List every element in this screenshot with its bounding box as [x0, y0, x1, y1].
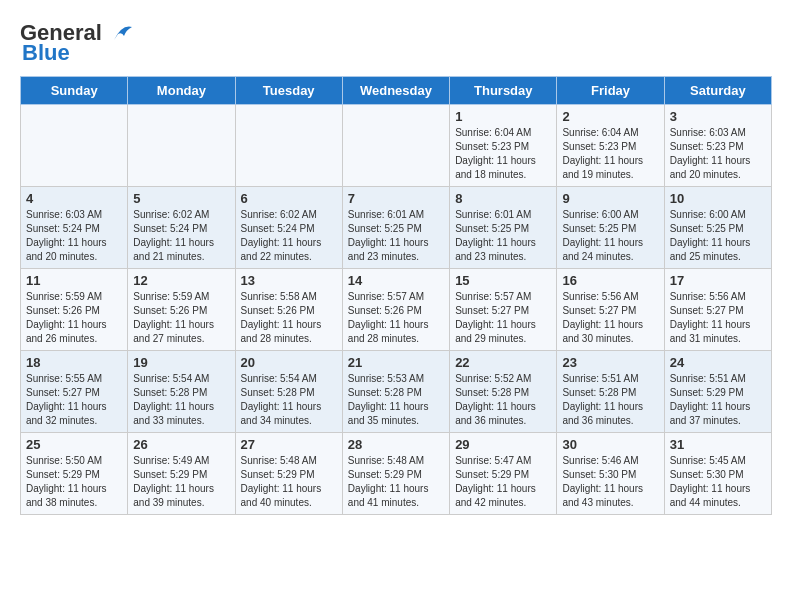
header-day-sunday: Sunday — [21, 77, 128, 105]
calendar-cell: 2Sunrise: 6:04 AMSunset: 5:23 PMDaylight… — [557, 105, 664, 187]
day-number: 19 — [133, 355, 229, 370]
day-info: Sunrise: 5:51 AMSunset: 5:28 PMDaylight:… — [562, 372, 658, 428]
day-info: Sunrise: 6:04 AMSunset: 5:23 PMDaylight:… — [562, 126, 658, 182]
calendar-table: SundayMondayTuesdayWednesdayThursdayFrid… — [20, 76, 772, 515]
day-info: Sunrise: 5:52 AMSunset: 5:28 PMDaylight:… — [455, 372, 551, 428]
calendar-cell: 15Sunrise: 5:57 AMSunset: 5:27 PMDayligh… — [450, 269, 557, 351]
day-number: 2 — [562, 109, 658, 124]
calendar-cell: 1Sunrise: 6:04 AMSunset: 5:23 PMDaylight… — [450, 105, 557, 187]
calendar-cell: 24Sunrise: 5:51 AMSunset: 5:29 PMDayligh… — [664, 351, 771, 433]
calendar-week-2: 4Sunrise: 6:03 AMSunset: 5:24 PMDaylight… — [21, 187, 772, 269]
day-info: Sunrise: 6:01 AMSunset: 5:25 PMDaylight:… — [455, 208, 551, 264]
day-number: 29 — [455, 437, 551, 452]
day-number: 16 — [562, 273, 658, 288]
header-day-friday: Friday — [557, 77, 664, 105]
day-number: 3 — [670, 109, 766, 124]
day-number: 15 — [455, 273, 551, 288]
calendar-cell: 31Sunrise: 5:45 AMSunset: 5:30 PMDayligh… — [664, 433, 771, 515]
calendar-cell: 9Sunrise: 6:00 AMSunset: 5:25 PMDaylight… — [557, 187, 664, 269]
calendar-cell: 12Sunrise: 5:59 AMSunset: 5:26 PMDayligh… — [128, 269, 235, 351]
day-info: Sunrise: 5:59 AMSunset: 5:26 PMDaylight:… — [133, 290, 229, 346]
calendar-cell — [128, 105, 235, 187]
calendar-header: SundayMondayTuesdayWednesdayThursdayFrid… — [21, 77, 772, 105]
day-number: 8 — [455, 191, 551, 206]
calendar-cell: 17Sunrise: 5:56 AMSunset: 5:27 PMDayligh… — [664, 269, 771, 351]
calendar-week-3: 11Sunrise: 5:59 AMSunset: 5:26 PMDayligh… — [21, 269, 772, 351]
calendar-cell: 21Sunrise: 5:53 AMSunset: 5:28 PMDayligh… — [342, 351, 449, 433]
day-info: Sunrise: 5:47 AMSunset: 5:29 PMDaylight:… — [455, 454, 551, 510]
day-number: 28 — [348, 437, 444, 452]
day-info: Sunrise: 5:51 AMSunset: 5:29 PMDaylight:… — [670, 372, 766, 428]
header-day-saturday: Saturday — [664, 77, 771, 105]
logo: General Blue — [20, 20, 134, 66]
day-number: 7 — [348, 191, 444, 206]
calendar-cell: 7Sunrise: 6:01 AMSunset: 5:25 PMDaylight… — [342, 187, 449, 269]
calendar-cell: 3Sunrise: 6:03 AMSunset: 5:23 PMDaylight… — [664, 105, 771, 187]
day-number: 10 — [670, 191, 766, 206]
calendar-cell: 4Sunrise: 6:03 AMSunset: 5:24 PMDaylight… — [21, 187, 128, 269]
day-info: Sunrise: 6:00 AMSunset: 5:25 PMDaylight:… — [670, 208, 766, 264]
day-number: 13 — [241, 273, 337, 288]
day-info: Sunrise: 5:54 AMSunset: 5:28 PMDaylight:… — [241, 372, 337, 428]
day-info: Sunrise: 5:46 AMSunset: 5:30 PMDaylight:… — [562, 454, 658, 510]
day-info: Sunrise: 6:02 AMSunset: 5:24 PMDaylight:… — [133, 208, 229, 264]
calendar-week-5: 25Sunrise: 5:50 AMSunset: 5:29 PMDayligh… — [21, 433, 772, 515]
calendar-cell: 5Sunrise: 6:02 AMSunset: 5:24 PMDaylight… — [128, 187, 235, 269]
day-info: Sunrise: 5:57 AMSunset: 5:26 PMDaylight:… — [348, 290, 444, 346]
header-row: SundayMondayTuesdayWednesdayThursdayFrid… — [21, 77, 772, 105]
day-number: 26 — [133, 437, 229, 452]
calendar-cell — [235, 105, 342, 187]
day-info: Sunrise: 5:56 AMSunset: 5:27 PMDaylight:… — [562, 290, 658, 346]
day-number: 11 — [26, 273, 122, 288]
day-number: 6 — [241, 191, 337, 206]
day-info: Sunrise: 5:54 AMSunset: 5:28 PMDaylight:… — [133, 372, 229, 428]
calendar-cell: 28Sunrise: 5:48 AMSunset: 5:29 PMDayligh… — [342, 433, 449, 515]
day-number: 25 — [26, 437, 122, 452]
calendar-cell: 26Sunrise: 5:49 AMSunset: 5:29 PMDayligh… — [128, 433, 235, 515]
calendar-cell: 14Sunrise: 5:57 AMSunset: 5:26 PMDayligh… — [342, 269, 449, 351]
day-info: Sunrise: 6:00 AMSunset: 5:25 PMDaylight:… — [562, 208, 658, 264]
calendar-cell — [21, 105, 128, 187]
calendar-cell: 11Sunrise: 5:59 AMSunset: 5:26 PMDayligh… — [21, 269, 128, 351]
day-number: 18 — [26, 355, 122, 370]
day-number: 9 — [562, 191, 658, 206]
header-day-thursday: Thursday — [450, 77, 557, 105]
day-info: Sunrise: 5:57 AMSunset: 5:27 PMDaylight:… — [455, 290, 551, 346]
calendar-body: 1Sunrise: 6:04 AMSunset: 5:23 PMDaylight… — [21, 105, 772, 515]
day-number: 5 — [133, 191, 229, 206]
day-info: Sunrise: 6:03 AMSunset: 5:24 PMDaylight:… — [26, 208, 122, 264]
calendar-cell: 8Sunrise: 6:01 AMSunset: 5:25 PMDaylight… — [450, 187, 557, 269]
day-number: 30 — [562, 437, 658, 452]
calendar-cell — [342, 105, 449, 187]
day-info: Sunrise: 6:04 AMSunset: 5:23 PMDaylight:… — [455, 126, 551, 182]
calendar-week-4: 18Sunrise: 5:55 AMSunset: 5:27 PMDayligh… — [21, 351, 772, 433]
calendar-cell: 29Sunrise: 5:47 AMSunset: 5:29 PMDayligh… — [450, 433, 557, 515]
calendar-cell: 10Sunrise: 6:00 AMSunset: 5:25 PMDayligh… — [664, 187, 771, 269]
day-info: Sunrise: 5:48 AMSunset: 5:29 PMDaylight:… — [348, 454, 444, 510]
day-info: Sunrise: 5:58 AMSunset: 5:26 PMDaylight:… — [241, 290, 337, 346]
day-info: Sunrise: 5:50 AMSunset: 5:29 PMDaylight:… — [26, 454, 122, 510]
day-info: Sunrise: 5:49 AMSunset: 5:29 PMDaylight:… — [133, 454, 229, 510]
calendar-cell: 22Sunrise: 5:52 AMSunset: 5:28 PMDayligh… — [450, 351, 557, 433]
day-number: 23 — [562, 355, 658, 370]
day-info: Sunrise: 5:48 AMSunset: 5:29 PMDaylight:… — [241, 454, 337, 510]
header: General Blue — [20, 20, 772, 66]
header-day-monday: Monday — [128, 77, 235, 105]
day-number: 22 — [455, 355, 551, 370]
day-info: Sunrise: 5:55 AMSunset: 5:27 PMDaylight:… — [26, 372, 122, 428]
calendar-cell: 27Sunrise: 5:48 AMSunset: 5:29 PMDayligh… — [235, 433, 342, 515]
day-number: 4 — [26, 191, 122, 206]
day-info: Sunrise: 5:59 AMSunset: 5:26 PMDaylight:… — [26, 290, 122, 346]
calendar-cell: 13Sunrise: 5:58 AMSunset: 5:26 PMDayligh… — [235, 269, 342, 351]
day-info: Sunrise: 6:03 AMSunset: 5:23 PMDaylight:… — [670, 126, 766, 182]
day-info: Sunrise: 5:53 AMSunset: 5:28 PMDaylight:… — [348, 372, 444, 428]
header-day-wednesday: Wednesday — [342, 77, 449, 105]
calendar-week-1: 1Sunrise: 6:04 AMSunset: 5:23 PMDaylight… — [21, 105, 772, 187]
day-number: 24 — [670, 355, 766, 370]
calendar-cell: 30Sunrise: 5:46 AMSunset: 5:30 PMDayligh… — [557, 433, 664, 515]
logo-text-blue: Blue — [22, 40, 70, 66]
day-number: 20 — [241, 355, 337, 370]
day-info: Sunrise: 6:02 AMSunset: 5:24 PMDaylight:… — [241, 208, 337, 264]
logo-bird-icon — [104, 22, 134, 44]
day-info: Sunrise: 6:01 AMSunset: 5:25 PMDaylight:… — [348, 208, 444, 264]
